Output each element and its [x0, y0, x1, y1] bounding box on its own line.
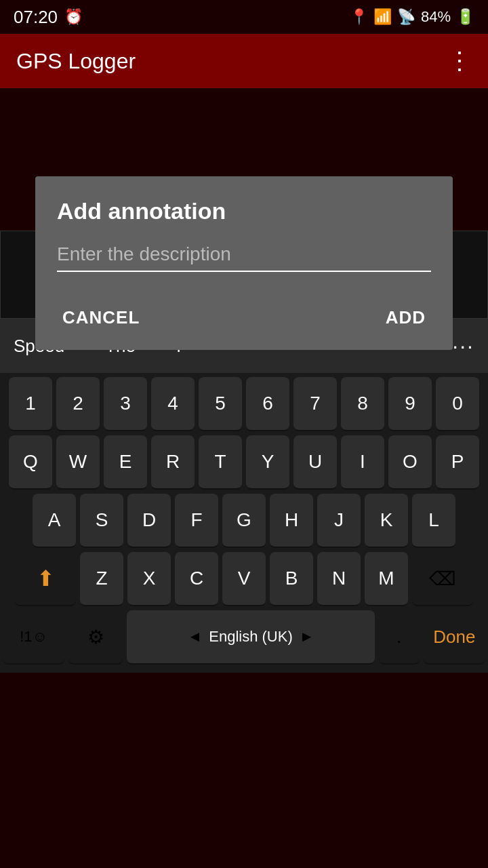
key-n[interactable]: N [317, 552, 361, 606]
status-icons: 📍 📶 📡 84% 🔋 [350, 8, 474, 26]
key-f[interactable]: F [175, 494, 218, 548]
key-z[interactable]: Z [80, 552, 123, 606]
key-4[interactable]: 4 [151, 377, 195, 431]
asdf-row: A S D F G H J K L [3, 494, 485, 548]
key-1[interactable]: 1 [9, 377, 52, 431]
key-g[interactable]: G [222, 494, 266, 548]
location-icon: 📍 [350, 8, 368, 26]
key-a[interactable]: A [33, 494, 76, 548]
language-right-icon: ► [300, 628, 314, 646]
key-y[interactable]: Y [246, 435, 289, 490]
key-l[interactable]: L [412, 494, 455, 548]
key-t[interactable]: T [199, 435, 242, 490]
key-s[interactable]: S [80, 494, 123, 548]
settings-key[interactable]: ⚙ [68, 610, 123, 665]
dialog-actions: CANCEL ADD [35, 291, 453, 350]
key-2[interactable]: 2 [56, 377, 100, 431]
shift-icon: ⬆ [37, 566, 55, 591]
key-5[interactable]: 5 [199, 377, 242, 431]
symbols-key[interactable]: !1☺ [3, 610, 64, 665]
key-x[interactable]: X [127, 552, 171, 606]
backspace-key[interactable]: ⌫ [412, 552, 473, 606]
key-3[interactable]: 3 [104, 377, 147, 431]
key-v[interactable]: V [222, 552, 266, 606]
key-8[interactable]: 8 [341, 377, 384, 431]
key-6[interactable]: 6 [246, 377, 289, 431]
add-annotation-dialog: Add annotation CANCEL ADD [35, 176, 453, 350]
period-key[interactable]: . [379, 610, 420, 665]
space-key[interactable]: ◄ English (UK) ► [127, 610, 374, 665]
key-0[interactable]: 0 [436, 377, 479, 431]
key-j[interactable]: J [317, 494, 361, 548]
key-c[interactable]: C [175, 552, 218, 606]
status-time-area: 07:20 ⏰ [14, 7, 83, 28]
number-row: 1 2 3 4 5 6 7 8 9 0 [3, 377, 485, 431]
key-p[interactable]: P [436, 435, 479, 490]
main-content: 01:04:26 Duration 141 m Distance Add ann… [0, 88, 488, 319]
key-9[interactable]: 9 [388, 377, 432, 431]
cancel-button[interactable]: CANCEL [57, 299, 145, 336]
key-h[interactable]: H [270, 494, 313, 548]
backspace-icon: ⌫ [429, 568, 456, 590]
description-input[interactable] [57, 238, 431, 272]
alarm-icon: ⏰ [64, 8, 83, 26]
battery-indicator: 84% [421, 8, 451, 26]
more-suggestions-icon[interactable]: ··· [452, 334, 474, 359]
wifi-icon: 📶 [373, 8, 392, 26]
zxcv-row: ⬆ Z X C V B N M ⌫ [3, 552, 485, 606]
key-e[interactable]: E [104, 435, 147, 490]
language-left-icon: ◄ [187, 628, 202, 646]
signal-icon: 📡 [397, 8, 415, 26]
add-button[interactable]: ADD [380, 299, 431, 336]
key-b[interactable]: B [270, 552, 313, 606]
key-o[interactable]: O [388, 435, 432, 490]
key-m[interactable]: M [365, 552, 408, 606]
key-k[interactable]: K [365, 494, 408, 548]
status-time: 07:20 [14, 7, 58, 28]
shift-key[interactable]: ⬆ [15, 552, 76, 606]
settings-icon: ⚙ [87, 626, 104, 648]
app-bar: GPS Logger ⋮ [0, 34, 488, 88]
bottom-row: !1☺ ⚙ ◄ English (UK) ► . Done [3, 610, 485, 665]
key-r[interactable]: R [151, 435, 195, 490]
qwerty-row: Q W E R T Y U I O P [3, 435, 485, 490]
app-title: GPS Logger [16, 49, 136, 74]
keyboard: 1 2 3 4 5 6 7 8 9 0 Q W E R T Y U I O P … [0, 373, 488, 673]
key-d[interactable]: D [127, 494, 171, 548]
battery-icon: 🔋 [456, 8, 474, 26]
status-bar: 07:20 ⏰ 📍 📶 📡 84% 🔋 [0, 0, 488, 34]
more-options-icon[interactable]: ⋮ [447, 47, 472, 75]
dialog-title: Add annotation [35, 176, 453, 238]
done-key[interactable]: Done [424, 610, 485, 665]
key-i[interactable]: I [341, 435, 384, 490]
key-7[interactable]: 7 [293, 377, 337, 431]
dialog-input-wrapper [35, 238, 453, 291]
key-u[interactable]: U [293, 435, 337, 490]
language-label: English (UK) [209, 628, 292, 646]
key-q[interactable]: Q [9, 435, 52, 490]
key-w[interactable]: W [56, 435, 100, 490]
keyboard-area: Speed The I ··· 1 2 3 4 5 6 7 8 9 0 Q W … [0, 319, 488, 673]
